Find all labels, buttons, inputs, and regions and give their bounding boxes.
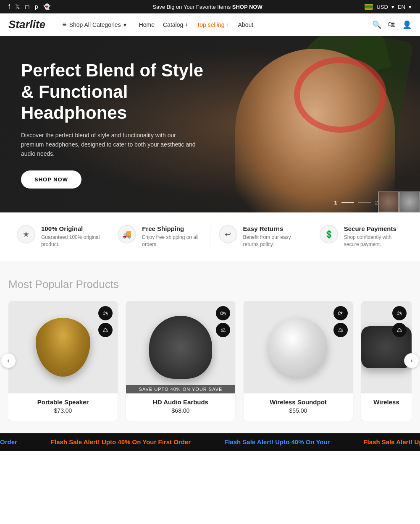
feature-payments-text: Secure Payments Shop confidently with se… (344, 225, 403, 248)
logo[interactable]: Starlite (8, 18, 45, 31)
products-grid: 🛍 ⚖ Portable Speaker $73.00 🛍 ⚖ SAVE UPT… (8, 301, 412, 421)
feature-shipping: 🚚 Free Shipping Enjoy free shipping on a… (109, 225, 210, 248)
currency-chevron[interactable]: ▾ (391, 4, 394, 10)
promo-link[interactable]: SHOP NOW (232, 4, 262, 10)
feature-shipping-text: Free Shipping Enjoy free shipping on all… (142, 225, 201, 248)
flash-text-4: Flash Sale Alert! Upto 40% On Your First… (363, 438, 420, 445)
speaker-image (36, 318, 90, 377)
top-bar: f 𝕏 ◻ p 👻 Save Big on Your Favorite Item… (0, 0, 420, 13)
returns-icon: ↩ (219, 225, 237, 244)
feature-payments-desc: Shop confidently with secure payment. (344, 234, 403, 248)
hero-thumb-2[interactable] (399, 191, 420, 212)
product-image-2: 🛍 ⚖ SAVE UPTO 40% ON YOUR SAVE (126, 301, 235, 393)
hero-banner: Perfect Blend of Style & Functional Head… (0, 36, 420, 212)
products-carousel: ‹ 🛍 ⚖ Portable Speaker $73.00 🛍 ⚖ SAVE U… (8, 301, 412, 421)
feature-returns: ↩ Easy Returns Benefit from our easy ret… (210, 225, 311, 248)
product-name-3: Wireless Soundpot (244, 398, 353, 406)
instagram-icon[interactable]: ◻ (25, 3, 30, 10)
hero-thumbnails (378, 191, 420, 212)
hero-description: Discover the perfect blend of style and … (21, 131, 197, 159)
language-selector[interactable]: EN (398, 4, 405, 10)
hero-title: Perfect Blend of Style & Functional Head… (21, 60, 210, 123)
product-price-1: $73.00 (8, 407, 118, 414)
nav-catalog[interactable]: Catalog + (163, 21, 188, 28)
twitter-icon[interactable]: 𝕏 (15, 3, 20, 10)
product-name-4: Wireless (361, 398, 412, 406)
header: Starlite ≡ Shop All Categories ▾ Home Ca… (0, 13, 420, 36)
hero-content: Perfect Blend of Style & Functional Head… (0, 43, 231, 205)
feature-shipping-desc: Enjoy free shipping on all orders. (142, 234, 201, 248)
categories-chevron: ▾ (123, 21, 126, 28)
feature-shipping-title: Free Shipping (142, 225, 201, 232)
flash-text-1: Order (0, 438, 17, 445)
feature-original: ★ 100% Original Guaranteed 100% original… (8, 225, 109, 248)
language-chevron[interactable]: ▾ (409, 4, 412, 10)
product-name-2: HD Audio Earbuds (126, 398, 235, 406)
features-bar: ★ 100% Original Guaranteed 100% original… (0, 212, 420, 261)
shipping-icon: 🚚 (118, 225, 136, 244)
currency-selector[interactable]: USD (376, 4, 388, 10)
add-to-cart-1[interactable]: 🛍 (98, 306, 113, 320)
compare-1[interactable]: ⚖ (98, 323, 113, 337)
add-to-cart-3[interactable]: 🛍 (333, 306, 348, 320)
slide-indicator-1[interactable] (341, 202, 354, 203)
nav-about[interactable]: About (238, 21, 254, 28)
top-bar-right: USD ▾ EN ▾ (365, 4, 412, 10)
compare-4[interactable]: ⚖ (392, 323, 407, 337)
shop-now-button[interactable]: SHOP NOW (21, 170, 81, 189)
compare-3[interactable]: ⚖ (333, 323, 348, 337)
product-card-2[interactable]: 🛍 ⚖ SAVE UPTO 40% ON YOUR SAVE HD Audio … (126, 301, 235, 421)
product-price-2: $68.00 (126, 407, 235, 414)
hero-thumb-1[interactable] (378, 191, 399, 212)
flash-sale-bar: Order Flash Sale Alert! Upto 40% On Your… (0, 433, 420, 451)
add-to-cart-2[interactable]: 🛍 (216, 306, 230, 320)
headphone-arc (294, 57, 386, 133)
product-card-3[interactable]: 🛍 ⚖ Wireless Soundpot $55.00 (244, 301, 353, 421)
carousel-next-button[interactable]: › (404, 353, 419, 368)
slide-1[interactable]: 1 (334, 199, 337, 206)
carousel-prev-button[interactable]: ‹ (1, 353, 16, 368)
soundpot-image (269, 318, 328, 377)
categories-button[interactable]: ≡ Shop All Categories ▾ (58, 18, 130, 31)
slide-indicator-2[interactable] (358, 202, 371, 203)
slide-2[interactable]: 2 (375, 199, 378, 206)
products-section: Most Popular Products ‹ 🛍 ⚖ Portable Spe… (0, 261, 420, 433)
product-image-4: 🛍 ⚖ (361, 301, 412, 393)
section-title: Most Popular Products (8, 278, 412, 291)
product-image-1: 🛍 ⚖ (8, 301, 118, 393)
header-icons: 🔍 🛍 👤 (372, 20, 412, 29)
add-to-cart-4[interactable]: 🛍 (392, 306, 407, 320)
facebook-icon[interactable]: f (8, 3, 10, 10)
pinterest-icon[interactable]: p (35, 3, 38, 10)
nav-home[interactable]: Home (139, 21, 155, 28)
compare-2[interactable]: ⚖ (216, 323, 230, 337)
payments-icon: 💲 (320, 225, 338, 244)
flash-text-2: Flash Sale Alert! Upto 40% On Your First… (51, 438, 191, 445)
feature-original-title: 100% Original (41, 225, 100, 232)
flag-icon (365, 4, 373, 10)
snapchat-icon[interactable]: 👻 (43, 3, 50, 10)
feature-original-text: 100% Original Guaranteed 100% original p… (41, 225, 100, 248)
social-links[interactable]: f 𝕏 ◻ p 👻 (8, 3, 50, 10)
product-price-3: $55.00 (244, 407, 353, 414)
promo-text: Save Big on Your Favorite Items SHOP NOW (152, 4, 262, 10)
product-image-3: 🛍 ⚖ (244, 301, 353, 393)
search-icon[interactable]: 🔍 (372, 20, 381, 29)
cart-icon[interactable]: 🛍 (388, 20, 396, 29)
categories-label: Shop All Categories (69, 21, 121, 28)
slide-indicators: 1 2 (334, 199, 378, 206)
feature-returns-text: Easy Returns Benefit from our easy retur… (243, 225, 302, 248)
product-name-1: Portable Speaker (8, 398, 118, 406)
save-badge-2: SAVE UPTO 40% ON YOUR SAVE (126, 385, 235, 393)
flash-ticker: Order Flash Sale Alert! Upto 40% On Your… (0, 438, 420, 445)
product-card-1[interactable]: 🛍 ⚖ Portable Speaker $73.00 (8, 301, 118, 421)
feature-returns-desc: Benefit from our easy returns policy. (243, 234, 302, 248)
feature-returns-title: Easy Returns (243, 225, 302, 232)
flash-text-3: Flash Sale Alert! Upto 40% On Your (224, 438, 330, 445)
nav-top-selling[interactable]: Top selling + (197, 21, 229, 28)
feature-original-desc: Guaranteed 100% original product. (41, 234, 100, 248)
hamburger-icon: ≡ (62, 20, 67, 29)
account-icon[interactable]: 👤 (402, 20, 412, 29)
original-icon: ★ (17, 225, 35, 244)
feature-payments-title: Secure Payments (344, 225, 403, 232)
